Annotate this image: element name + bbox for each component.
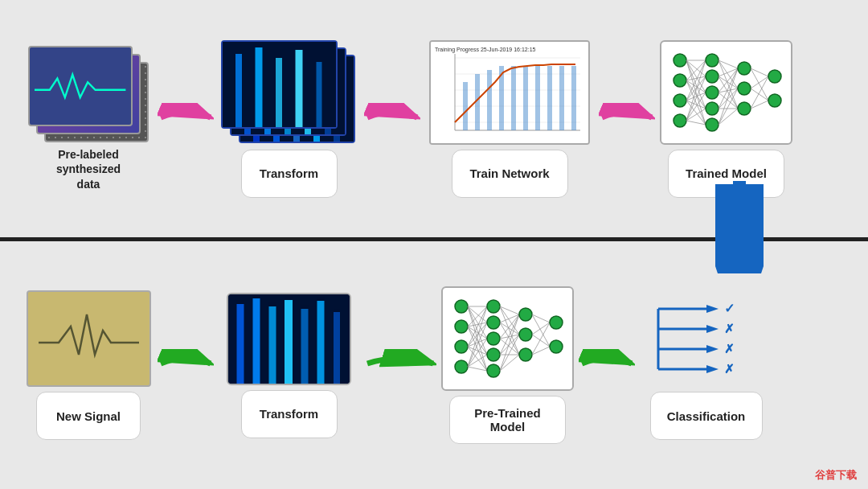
spectro-stack-top bbox=[221, 40, 358, 145]
classification-visual: ✓ ✗ ✗ ✗ bbox=[644, 290, 768, 387]
svg-point-87 bbox=[738, 102, 751, 115]
training-chart: Training Progress 25-Jun-2019 16:12:15 bbox=[429, 40, 590, 145]
pink-arrow-2 bbox=[364, 103, 420, 135]
svg-point-134 bbox=[487, 316, 500, 329]
svg-marker-173 bbox=[706, 365, 719, 373]
green-arrow-2 bbox=[364, 349, 436, 381]
svg-point-155 bbox=[519, 348, 532, 361]
svg-point-65 bbox=[706, 54, 719, 67]
svg-point-42 bbox=[674, 74, 686, 87]
svg-point-112 bbox=[455, 360, 468, 373]
transform-group-top: Transform bbox=[219, 40, 359, 198]
svg-rect-38 bbox=[571, 66, 576, 130]
svg-point-68 bbox=[706, 102, 719, 115]
svg-rect-97 bbox=[35, 298, 143, 379]
nn-image-top bbox=[660, 40, 792, 145]
svg-rect-34 bbox=[523, 66, 528, 130]
top-flow-row: Pre-labeled synthesized data bbox=[24, 40, 844, 198]
bottom-flow-row: New Signal bbox=[24, 286, 844, 444]
svg-point-137 bbox=[487, 364, 500, 377]
blue-connector-arrow bbox=[715, 177, 764, 273]
svg-point-133 bbox=[487, 300, 500, 313]
train-network-group: Training Progress 25-Jun-2019 16:12:15 bbox=[425, 40, 594, 198]
svg-point-110 bbox=[455, 320, 468, 333]
stacked-images bbox=[28, 46, 149, 142]
watermark: 谷普下载 bbox=[815, 468, 857, 483]
svg-point-111 bbox=[455, 340, 468, 353]
svg-rect-29 bbox=[463, 82, 468, 130]
bottom-half: New Signal bbox=[0, 241, 868, 489]
transform-box-bottom: Transform bbox=[241, 390, 338, 438]
spectro-front bbox=[221, 40, 338, 129]
svg-point-95 bbox=[768, 94, 781, 107]
svg-rect-35 bbox=[535, 66, 540, 130]
svg-rect-31 bbox=[487, 70, 492, 130]
prelabeled-group: Pre-labeled synthesized data bbox=[24, 46, 153, 191]
main-container: Pre-labeled synthesized data bbox=[0, 0, 868, 489]
svg-point-163 bbox=[550, 340, 563, 353]
ecg-svg-top bbox=[35, 70, 125, 102]
svg-point-44 bbox=[674, 114, 686, 127]
green-arrow-3 bbox=[579, 349, 635, 381]
svg-point-162 bbox=[550, 316, 563, 329]
svg-point-85 bbox=[738, 62, 751, 75]
transform-box-top: Transform bbox=[241, 150, 338, 198]
svg-text:✗: ✗ bbox=[724, 342, 735, 355]
svg-rect-20 bbox=[431, 42, 588, 143]
svg-point-41 bbox=[674, 54, 686, 67]
new-signal-ecg bbox=[27, 290, 151, 387]
svg-marker-172 bbox=[706, 345, 719, 353]
nn-image-bottom bbox=[441, 286, 574, 391]
pink-arrow-3 bbox=[599, 103, 655, 135]
svg-point-69 bbox=[706, 118, 719, 131]
classification-group: ✓ ✗ ✗ ✗ Classification bbox=[640, 290, 772, 440]
pink-arrow-1 bbox=[158, 103, 214, 135]
svg-text:Training Progress 25-Jun-2019 : Training Progress 25-Jun-2019 16:12:15 bbox=[435, 47, 536, 53]
svg-point-136 bbox=[487, 348, 500, 361]
svg-rect-37 bbox=[559, 66, 564, 130]
transform-group-bottom: Transform bbox=[219, 293, 359, 438]
svg-point-135 bbox=[487, 332, 500, 345]
svg-text:✓: ✓ bbox=[724, 302, 735, 315]
svg-point-153 bbox=[519, 308, 532, 321]
svg-rect-33 bbox=[511, 66, 516, 130]
svg-point-67 bbox=[706, 86, 719, 99]
svg-point-94 bbox=[768, 70, 781, 83]
new-signal-group: New Signal bbox=[24, 290, 153, 440]
svg-text:✗: ✗ bbox=[724, 362, 735, 376]
svg-point-86 bbox=[738, 82, 751, 95]
train-network-box: Train Network bbox=[452, 150, 568, 198]
pretrained-model-group: Pre-Trained Model bbox=[441, 286, 574, 444]
new-signal-box: New Signal bbox=[36, 392, 141, 440]
svg-point-66 bbox=[706, 70, 719, 83]
svg-point-109 bbox=[455, 300, 468, 313]
svg-marker-171 bbox=[706, 325, 719, 333]
svg-marker-170 bbox=[706, 305, 719, 313]
svg-point-43 bbox=[674, 94, 686, 107]
svg-text:✗: ✗ bbox=[724, 322, 735, 335]
svg-point-154 bbox=[519, 328, 532, 341]
pretrained-model-box: Pre-Trained Model bbox=[449, 396, 566, 444]
svg-rect-36 bbox=[547, 66, 552, 130]
prelabeled-label: Pre-labeled synthesized data bbox=[56, 147, 121, 191]
trained-model-group: Trained Model bbox=[660, 40, 792, 198]
green-arrow-1 bbox=[158, 349, 214, 381]
classification-box: Classification bbox=[650, 392, 763, 440]
spectro-bottom bbox=[227, 293, 351, 385]
stack-card-front bbox=[28, 46, 133, 126]
